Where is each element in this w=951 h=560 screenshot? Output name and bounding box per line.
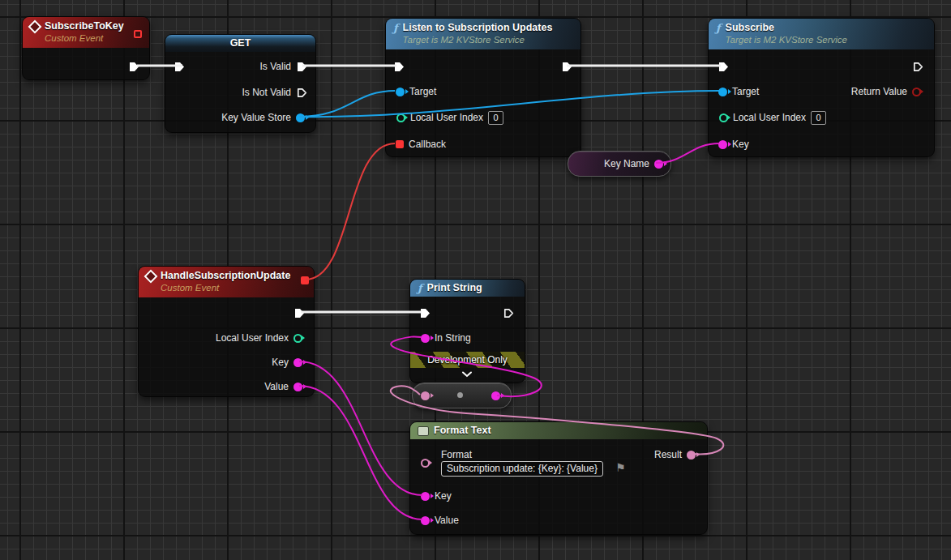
pin-key[interactable]: Key [718, 136, 749, 152]
exec-pin-icon [393, 61, 405, 73]
pin-target[interactable]: Target [396, 83, 436, 100]
exec-out-pin[interactable] [503, 305, 515, 321]
text-pin-icon [687, 451, 696, 460]
string-pin-icon [293, 358, 302, 367]
bool-pin-icon [912, 88, 921, 96]
node-format-text[interactable]: Format Text Format Subscription update: … [409, 421, 708, 535]
wire-handleupdate-value-formattext-value[interactable] [299, 386, 422, 519]
node-header[interactable]: GET [165, 35, 315, 52]
node-header[interactable]: HandleSubscriptionUpdate Custom Event [139, 267, 314, 297]
exec-out-pin[interactable] [128, 58, 140, 75]
int-pin-icon [293, 334, 302, 343]
object-pin-icon [718, 88, 727, 96]
blueprint-canvas[interactable]: SubscribeToKey Custom Event GET Is Valid… [0, 0, 951, 560]
exec-in-pin[interactable] [393, 58, 405, 75]
node-header[interactable]: ƒ Subscribe Target is M2 KVStore Service [709, 19, 934, 49]
exec-out-pin[interactable] [912, 58, 924, 75]
exec-pin-icon [561, 61, 573, 73]
node-listen-to-subscription-updates[interactable]: ƒ Listen to Subscription Updates Target … [385, 18, 581, 157]
pin-local-user-index[interactable]: Local User Index [216, 330, 302, 346]
exec-pin-icon [293, 307, 306, 319]
exec-pin-icon [173, 61, 186, 73]
node-print-string[interactable]: ƒ Print String In String Development Onl… [409, 279, 525, 383]
pin-key-value-store[interactable]: Key Value Store [221, 109, 305, 126]
node-get[interactable]: GET Is Valid Is Not Valid Key Value Stor… [165, 34, 316, 133]
local-user-index-input[interactable]: 0 [488, 111, 503, 125]
string-pin-icon [718, 140, 727, 149]
pin-key[interactable]: Key [272, 354, 302, 370]
conversion-dot-icon [457, 392, 463, 398]
chevron-down-icon [461, 371, 473, 378]
delegate-pin-icon [396, 140, 404, 148]
delegate-pin[interactable] [301, 276, 309, 284]
pin-text-in[interactable] [421, 387, 430, 404]
pin-key[interactable]: Key [421, 488, 452, 504]
pin-target[interactable]: Target [718, 83, 759, 100]
exec-pin-icon [296, 61, 308, 73]
string-pin-icon [491, 391, 500, 400]
string-pin-icon [421, 334, 430, 343]
pin-value[interactable]: Value [264, 378, 302, 395]
pin-is-not-valid[interactable]: Is Not Valid [242, 84, 308, 100]
pin-key-name-out[interactable]: Key Name [604, 156, 663, 172]
function-icon: ƒ [393, 22, 398, 34]
node-handlesubscriptionupdate[interactable]: HandleSubscriptionUpdate Custom Event Lo… [138, 266, 315, 397]
node-header[interactable]: ƒ Listen to Subscription Updates Target … [386, 19, 580, 49]
exec-in-pin[interactable] [419, 305, 431, 321]
node-header[interactable]: Format Text [410, 422, 707, 439]
custom-event-icon [144, 270, 158, 284]
string-pin-icon [293, 383, 302, 391]
expand-advanced-button[interactable] [461, 366, 473, 383]
delegate-pin[interactable] [134, 30, 142, 38]
text-pin-icon [421, 459, 430, 468]
string-pin-icon [421, 516, 430, 525]
node-key-name[interactable]: Key Name [568, 151, 671, 177]
function-icon: ƒ [716, 22, 721, 34]
function-icon: ƒ [418, 282, 422, 294]
node-header[interactable]: ƒ Print String [410, 280, 525, 297]
int-pin-icon [719, 113, 728, 122]
node-title: Format Text [434, 425, 491, 437]
custom-event-icon [28, 20, 42, 34]
exec-pin-icon [503, 307, 515, 319]
string-pin-icon [421, 492, 430, 501]
pin-callback[interactable]: Callback [396, 136, 446, 152]
wire-delegate-handleupdate-callback[interactable] [306, 143, 395, 280]
node-subtitle: Custom Event [45, 32, 124, 44]
node-title: Listen to Subscription Updates [403, 22, 553, 34]
format-text-input[interactable]: Subscription update: {Key}: {Value} [441, 461, 603, 477]
text-format-icon [418, 426, 429, 436]
exec-pin-icon [912, 61, 924, 73]
exec-pin-icon [419, 307, 431, 319]
exec-out-pin[interactable] [561, 58, 573, 75]
pin-format[interactable] [421, 455, 430, 471]
node-title: Print String [427, 282, 482, 294]
pin-string-out[interactable] [491, 387, 500, 404]
string-pin-icon [654, 160, 663, 169]
exec-in-pin[interactable] [718, 58, 730, 75]
node-title: Subscribe [726, 22, 847, 34]
pin-is-valid[interactable]: Is Valid [260, 58, 308, 75]
node-subtitle: Custom Event [161, 282, 290, 293]
pin-return-value[interactable]: Return Value [851, 83, 921, 100]
exec-pin-icon [296, 87, 308, 99]
wire-handleupdate-key-formattext-key[interactable] [299, 361, 422, 495]
node-header[interactable]: SubscribeToKey Custom Event [23, 17, 149, 48]
pin-result[interactable]: Result [654, 447, 696, 463]
exec-pin-icon [718, 61, 730, 73]
pin-in-string[interactable]: In String [421, 330, 471, 346]
pin-value[interactable]: Value [421, 512, 459, 528]
pin-local-user-index[interactable]: Local User Index 0 [396, 109, 503, 126]
int-pin-icon [396, 113, 405, 122]
node-tostring-conversion[interactable] [412, 383, 512, 408]
exec-in-pin[interactable] [173, 58, 186, 75]
node-subscribe[interactable]: ƒ Subscribe Target is M2 KVStore Service… [708, 18, 935, 157]
node-subscribetokey[interactable]: SubscribeToKey Custom Event [22, 16, 150, 80]
object-pin-icon [296, 113, 305, 122]
object-pin-icon [396, 88, 405, 96]
pin-local-user-index[interactable]: Local User Index 0 [719, 109, 826, 126]
node-subtitle: Target is M2 KVStore Service [403, 34, 553, 45]
flag-icon: ⚑ [615, 461, 626, 475]
exec-out-pin[interactable] [293, 305, 306, 321]
local-user-index-input[interactable]: 0 [811, 111, 826, 125]
